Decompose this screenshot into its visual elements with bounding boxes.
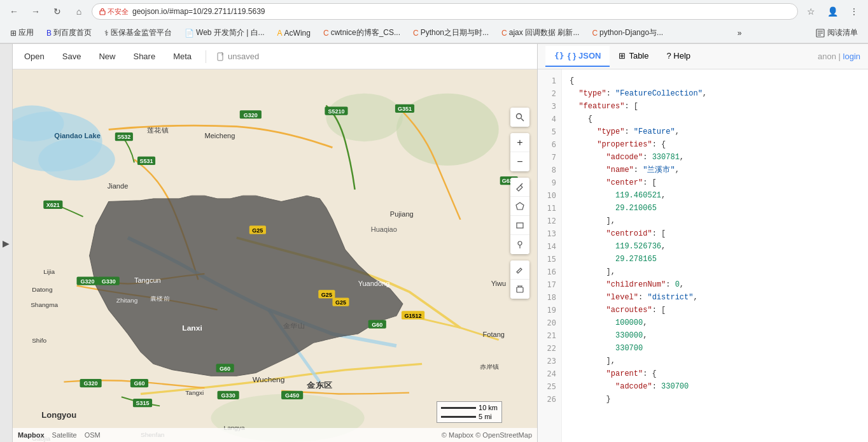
line-number: 26 xyxy=(538,393,561,406)
line-number: 4 xyxy=(538,113,561,125)
bookmark-ajax[interactable]: C ajax 回调数据 刷新... xyxy=(496,25,584,40)
forward-button[interactable]: → xyxy=(27,3,45,20)
save-button[interactable]: Save xyxy=(59,49,85,64)
baidu-icon: B xyxy=(46,29,52,38)
profile-button[interactable]: 👤 xyxy=(823,3,841,20)
draw-point-button[interactable] xyxy=(510,235,529,254)
json-line: ], xyxy=(570,266,860,278)
svg-text:Tangcun: Tangcun xyxy=(134,276,161,284)
svg-text:Shifo: Shifo xyxy=(32,338,46,345)
json-line: 29.210065 xyxy=(570,202,860,215)
line-number: 7 xyxy=(538,151,561,164)
collapse-icon: ▶ xyxy=(3,238,10,248)
map-search-button[interactable] xyxy=(510,108,529,127)
lock-icon xyxy=(99,8,106,15)
svg-text:G1512: G1512 xyxy=(404,313,421,319)
line-number: 24 xyxy=(538,367,561,380)
open-button[interactable]: Open xyxy=(20,49,48,64)
mapbox-logo[interactable]: Mapbox xyxy=(18,431,45,439)
reload-button[interactable]: ↻ xyxy=(48,3,66,20)
share-button[interactable]: Share xyxy=(129,49,159,64)
line-numbers: 1234567891011121314151617181920212223242… xyxy=(538,69,562,442)
svg-text:S315: S315 xyxy=(136,401,149,407)
acwing-icon: A xyxy=(277,29,283,38)
json-line: "properties": { xyxy=(570,138,860,151)
map-svg: 金华山 Qiandao Lake 莲花镇 Meicheng Jiande Puj… xyxy=(13,69,537,442)
unsaved-label: unsaved xyxy=(228,52,259,61)
map-area[interactable]: Open Save New Share Meta unsaved xyxy=(13,44,537,442)
bookmark-acwing[interactable]: A AcWing xyxy=(272,27,316,39)
json-code-area[interactable]: { "type": "FeatureCollection", "features… xyxy=(562,69,868,442)
svg-text:Lijia: Lijia xyxy=(43,268,55,275)
zoom-out-button[interactable]: − xyxy=(510,152,529,171)
line-number: 20 xyxy=(538,317,561,329)
bookmark-cwtnice-label: cwtnice的博客_CS... xyxy=(331,27,400,38)
tab-table[interactable]: ⊞ Table xyxy=(610,46,657,67)
menu-button[interactable]: ⋮ xyxy=(845,3,863,20)
reading-list[interactable]: 阅读清单 xyxy=(811,25,863,40)
meta-button[interactable]: Meta xyxy=(169,49,195,64)
svg-text:G320: G320 xyxy=(84,381,98,387)
svg-text:G60: G60 xyxy=(220,366,230,372)
auth-login[interactable]: login xyxy=(843,52,860,61)
svg-text:金东区: 金东区 xyxy=(306,380,332,390)
bookmark-star-button[interactable]: ☆ xyxy=(802,3,820,20)
svg-text:G320: G320 xyxy=(244,112,258,118)
auth-separator: | xyxy=(839,52,843,61)
map-toolbar: Open Save New Share Meta unsaved xyxy=(13,44,537,69)
svg-text:Zhitang: Zhitang xyxy=(116,297,137,304)
bookmark-apps[interactable]: ⊞ 应用 xyxy=(5,25,39,40)
osm-button[interactable]: OSM xyxy=(85,431,101,439)
json-line: "adcode": 330781, xyxy=(570,151,860,164)
zoom-in-button[interactable]: + xyxy=(510,133,529,152)
line-number: 1 xyxy=(538,75,561,87)
line-number: 5 xyxy=(538,125,561,138)
panel-collapse-button[interactable]: ▶ xyxy=(0,44,13,442)
json-line: "type": "FeatureCollection", xyxy=(570,87,860,100)
bookmarks-more[interactable]: » xyxy=(732,27,747,39)
new-button[interactable]: New xyxy=(95,49,119,64)
svg-line-87 xyxy=(521,183,522,185)
svg-text:X621: X621 xyxy=(46,202,60,208)
edit-button[interactable] xyxy=(510,260,529,280)
json-line: } xyxy=(570,393,860,406)
reading-list-icon xyxy=(816,29,825,38)
json-line: "parent": { xyxy=(570,367,860,380)
json-line: "childrenNum": 0, xyxy=(570,278,860,291)
json-auth: anon | login xyxy=(818,52,860,61)
draw-polygon-button[interactable] xyxy=(510,197,529,216)
search-control xyxy=(510,108,529,127)
bookmark-django[interactable]: C python-Django与... xyxy=(587,25,668,40)
json-line: "center": [ xyxy=(570,176,860,189)
url-text: geojson.io/#map=10/29.2711/119.5639 xyxy=(132,7,791,16)
bookmarks-bar: ⊞ 应用 B 到百度首页 ⚕ 医保基金监管平台 📄 Web 开发简介 | 白..… xyxy=(0,23,868,43)
svg-text:Datong: Datong xyxy=(32,286,52,293)
tab-help[interactable]: ? Help xyxy=(657,46,699,67)
map-canvas[interactable]: 金华山 Qiandao Lake 莲花镇 Meicheng Jiande Puj… xyxy=(13,69,537,442)
bookmark-baidu[interactable]: B 到百度首页 xyxy=(41,25,97,40)
address-bar[interactable]: 不安全 geojson.io/#map=10/29.2711/119.5639 xyxy=(92,3,798,20)
json-line: { xyxy=(570,113,860,125)
draw-rect-button[interactable] xyxy=(510,216,529,235)
toolbar-separator xyxy=(206,50,206,63)
tab-json[interactable]: {} { } JSON xyxy=(545,46,610,67)
svg-text:赤岸镇: 赤岸镇 xyxy=(480,363,500,370)
scale-5mi: 5 mi xyxy=(441,413,498,420)
draw-pencil-button[interactable] xyxy=(510,178,529,197)
back-button[interactable]: ← xyxy=(5,3,23,20)
line-number: 18 xyxy=(538,291,561,304)
bookmark-python-date[interactable]: C Python之日期与时... xyxy=(408,25,494,40)
delete-button[interactable] xyxy=(510,280,529,299)
bookmark-ajax-label: ajax 回调数据 刷新... xyxy=(509,27,580,38)
bookmark-cwtnice[interactable]: C cwtnice的博客_CS... xyxy=(318,25,405,40)
bookmark-webdev[interactable]: 📄 Web 开发简介 | 白... xyxy=(179,25,270,40)
bookmark-medical[interactable]: ⚕ 医保基金监管平台 xyxy=(99,25,177,40)
satellite-button[interactable]: Satellite xyxy=(52,431,77,439)
line-number: 12 xyxy=(538,215,561,227)
json-line: "features": [ xyxy=(570,100,860,113)
map-controls: + − xyxy=(510,108,529,304)
json-tab-icon: {} xyxy=(554,51,564,61)
edit-controls xyxy=(510,260,529,299)
home-button[interactable]: ⌂ xyxy=(70,3,88,20)
json-line: "adcode": 330700 xyxy=(570,380,860,393)
